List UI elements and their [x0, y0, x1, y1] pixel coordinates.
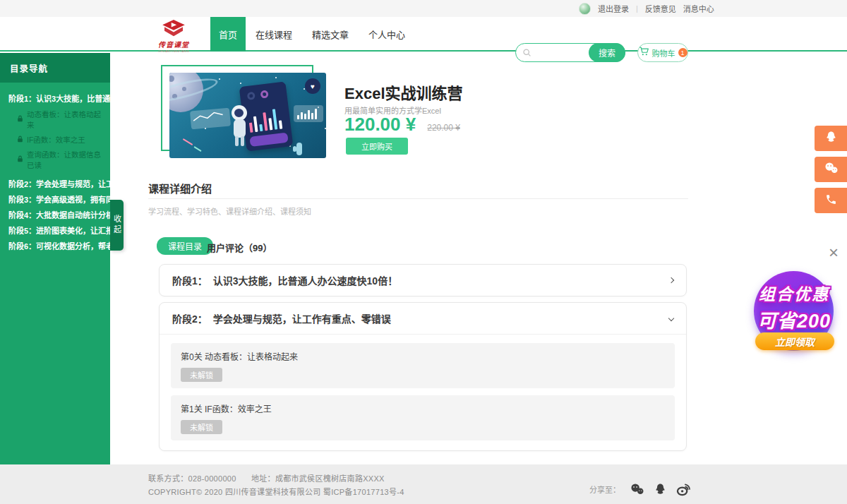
feedback-link[interactable]: 反馈意见: [645, 3, 676, 14]
avatar[interactable]: [579, 3, 591, 15]
chevron-down-icon: [668, 316, 674, 321]
wechat-contact-button[interactable]: [815, 157, 847, 182]
nav-item-courses[interactable]: 在线课程: [246, 17, 302, 52]
accordion-stage2-body: 第0关 动态看板：让表格动起来 未解锁 第1关 IF函数：效率之王 未解锁: [160, 334, 686, 450]
sidebar-subitem-lesson2[interactable]: 查询函数：让数据信息已读: [0, 147, 110, 172]
cart-count-badge: 1: [678, 48, 687, 57]
sidebar-item-stage5[interactable]: 阶段5：进阶图表美化，让汇报一...: [0, 223, 110, 239]
sidebar-subitem-lesson0[interactable]: 动态看板：让表格动起来: [0, 107, 110, 132]
share-label: 分享至：: [589, 484, 620, 495]
qq-contact-button[interactable]: [815, 126, 847, 151]
lesson-item-0[interactable]: 第0关 动态看板：让表格动起来 未解锁: [171, 343, 675, 388]
lock-icon: [17, 155, 23, 164]
footer: 联系方式：028-0000000 地址：成都市武侯区槐树店南路XXXX COPY…: [0, 464, 847, 504]
phone-icon: [825, 193, 837, 208]
search-box: 搜索: [515, 43, 625, 62]
locked-status-badge: 未解锁: [181, 368, 222, 382]
nav-item-home[interactable]: 首页: [210, 17, 246, 52]
heart-icon: ♥: [311, 83, 315, 90]
price-row: 120.00 ¥ 220.00 ¥: [344, 114, 460, 136]
sidebar-item-stage4[interactable]: 阶段4：大批数据自动统计分析，...: [0, 208, 110, 223]
chevron-right-icon: [668, 277, 674, 283]
locked-status-badge: 未解锁: [181, 420, 222, 434]
tab-user-comments[interactable]: 用户评论（99）: [207, 241, 272, 254]
sidebar-title: 目录导航: [0, 53, 110, 83]
qq-icon: [824, 131, 838, 147]
footer-contact: 联系方式：028-0000000: [148, 474, 236, 483]
sidebar-collapse-button[interactable]: 收起: [110, 200, 124, 251]
nav-item-profile[interactable]: 个人中心: [359, 17, 415, 52]
lesson-item-1[interactable]: 第1关 IF函数：效率之王 未解锁: [171, 395, 675, 440]
page: 退出登录 | 反馈意见 消息中心 传音课堂 CHUANYINKETANG 首页 …: [0, 0, 847, 504]
original-price: 220.00 ¥: [427, 123, 460, 133]
nav-item-articles[interactable]: 精选文章: [302, 17, 359, 52]
cart-button[interactable]: 购物车 1: [637, 43, 688, 62]
accordion-stage1: 阶段1：认识3大技能，比普通人办公速度快10倍！: [159, 264, 687, 296]
meteor-decoration: [183, 138, 193, 145]
qq-share-icon[interactable]: [654, 483, 667, 496]
phone-contact-button[interactable]: [815, 188, 847, 213]
promo-text[interactable]: 组合优惠 可省200: [740, 281, 847, 333]
buy-now-button[interactable]: 立即购买: [346, 138, 408, 155]
cart-icon: [639, 46, 649, 59]
chart-panel-right: [294, 105, 323, 122]
stars-decoration: [219, 78, 220, 80]
wechat-icon: [824, 162, 839, 177]
search-icon: [522, 48, 532, 61]
sidebar-catalog-nav: 目录导航 阶段1：认识3大技能，比普通人... 动态看板：让表格动起来 IF函数…: [0, 53, 110, 464]
chart-panel-left: [190, 108, 231, 130]
weibo-share-icon[interactable]: [676, 482, 691, 496]
sidebar-item-stage1[interactable]: 阶段1：认识3大技能，比普通人...: [0, 91, 110, 107]
search-button[interactable]: 搜索: [589, 43, 625, 62]
current-price: 120.00 ¥: [344, 114, 416, 136]
accordion-stage2-header[interactable]: 阶段2：学会处理与规范，让工作有重点、零错误: [160, 303, 686, 334]
logo-text: 传音课堂: [155, 39, 192, 49]
topbar: 退出登录 | 反馈意见 消息中心: [0, 0, 847, 17]
footer-address: 地址：成都市武侯区槐树店南路XXXX: [251, 474, 385, 483]
topbar-divider: |: [636, 4, 638, 13]
promo-close-icon[interactable]: ×: [829, 244, 839, 261]
tablet-illustration: [239, 81, 294, 151]
favorite-button[interactable]: ♥: [305, 78, 320, 94]
navbar: 传音课堂 CHUANYINKETANG 首页 在线课程 精选文章 个人中心 搜索…: [0, 17, 847, 52]
detail-summary-text: 学习流程、学习特色、课程详细介绍、课程须知: [148, 205, 311, 217]
cart-label: 购物车: [652, 47, 675, 59]
tab-course-catalog[interactable]: 课程目录: [157, 237, 213, 255]
sidebar-subitem-lesson1[interactable]: IF函数：效率之王: [0, 132, 110, 147]
wechat-share-icon[interactable]: [630, 483, 644, 496]
meteor-decoration: [193, 146, 201, 152]
lock-icon: [17, 115, 23, 124]
floating-contact-bar: [815, 126, 847, 213]
detail-section-heading: 课程详细介绍: [148, 181, 212, 196]
logo-icon: [160, 28, 188, 40]
sidebar-item-stage3[interactable]: 阶段3：学会高级透视，拥有同时...: [0, 192, 110, 208]
logo[interactable]: 传音课堂 CHUANYINKETANG: [155, 19, 192, 53]
main-nav: 首页 在线课程 精选文章 个人中心: [210, 17, 415, 52]
course-cover-image[interactable]: ♥: [169, 73, 326, 158]
accordion-stage1-header[interactable]: 阶段1：认识3大技能，比普通人办公速度快10倍！: [160, 265, 686, 296]
logout-link[interactable]: 退出登录: [598, 3, 629, 14]
sidebar-item-stage6[interactable]: 阶段6：可视化数据分析，帮老板...: [0, 239, 110, 254]
divider: [148, 198, 688, 199]
lock-icon: [17, 136, 23, 144]
course-title: Excel实战训练营: [344, 80, 463, 103]
cactus-illustration: [296, 143, 302, 155]
footer-copyright: COPYRIGHT© 2020 四川传音课堂科技有限公司 蜀ICP备170177…: [148, 486, 404, 497]
messages-link[interactable]: 消息中心: [683, 3, 714, 14]
logo-subtext: CHUANYINKETANG: [155, 49, 192, 53]
accordion-stage2: 阶段2：学会处理与规范，让工作有重点、零错误 第0关 动态看板：让表格动起来 未…: [159, 302, 687, 451]
promo-claim-button[interactable]: 立即领取: [755, 332, 834, 350]
sidebar-item-stage2[interactable]: 阶段2：学会处理与规范，让工作...: [0, 176, 110, 192]
